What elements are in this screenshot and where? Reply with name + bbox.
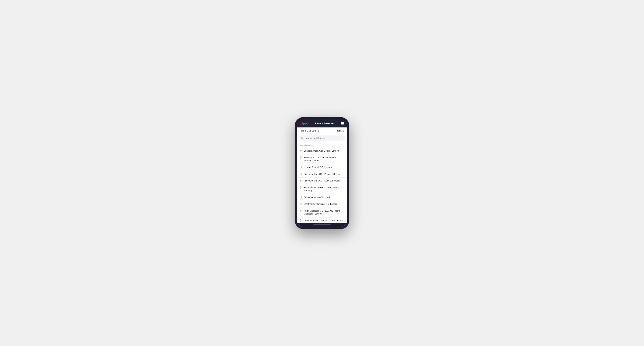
location-pin-icon	[300, 219, 302, 222]
svg-point-11	[301, 220, 301, 220]
svg-point-5	[301, 173, 301, 174]
svg-point-8	[301, 197, 301, 197]
location-pin-icon	[300, 186, 302, 189]
location-pin-icon	[300, 150, 302, 152]
home-indicator-bar	[313, 224, 331, 225]
home-indicator-area	[297, 223, 347, 227]
course-name: Dukes Meadows GC, London	[304, 196, 332, 199]
course-list-item[interactable]: Royal Wimbledon GC, Great London Authori…	[297, 184, 347, 194]
nav-title: Recent Searches	[315, 122, 335, 125]
course-name: North Middlesex GC (1011942 - North Midd…	[304, 209, 344, 216]
location-pin-icon	[300, 179, 302, 182]
svg-point-3	[301, 157, 301, 158]
course-list-item[interactable]: Roehampton Club - Roehampton, Greater Lo…	[297, 154, 347, 164]
course-list-item[interactable]: London Scottish GC, London	[297, 164, 347, 171]
nav-bar: clippd Recent Searches	[297, 119, 347, 128]
find-golf-course-title: Find a Golf Course	[300, 130, 319, 132]
svg-line-1	[303, 139, 303, 139]
course-name: Richmond Park GC - Duke's, London	[304, 179, 340, 182]
course-list-item[interactable]: Richmond Park GC - Prince's, Surrey	[297, 171, 347, 178]
course-name: Richmond Park GC - Prince's, Surrey	[304, 173, 340, 176]
phone-frame: clippd Recent Searches Find a Golf Cours…	[295, 117, 349, 229]
course-list: Central London Golf Centre, London Roeha…	[297, 148, 347, 223]
course-list-item[interactable]: Central London Golf Centre, London	[297, 148, 347, 155]
nearby-courses-section: Nearby courses Central London Golf Centr…	[297, 143, 347, 223]
location-pin-icon	[300, 173, 302, 175]
course-list-item[interactable]: Coombe Hill GC, Kingston upon Thames	[297, 217, 347, 223]
search-input[interactable]	[305, 137, 343, 139]
search-input-wrapper[interactable]	[300, 136, 344, 141]
find-header: Find a Golf Course Cancel	[297, 128, 347, 134]
phone-screen: clippd Recent Searches Find a Golf Cours…	[297, 119, 347, 227]
svg-point-4	[301, 167, 301, 167]
app-logo: clippd	[300, 122, 308, 125]
course-name: Central London Golf Centre, London	[304, 150, 339, 153]
svg-point-9	[301, 203, 301, 204]
course-name: Coombe Hill GC, Kingston upon Thames	[304, 219, 343, 222]
location-pin-icon	[300, 166, 302, 169]
course-name: Brent Valley Municipal GC, London	[304, 203, 338, 206]
content-area: Find a Golf Course Cancel Nearby courses	[297, 128, 347, 223]
cancel-button[interactable]: Cancel	[337, 130, 344, 132]
svg-point-2	[301, 150, 301, 151]
course-list-item[interactable]: Dukes Meadows GC, London	[297, 194, 347, 201]
course-name: Roehampton Club - Roehampton, Greater Lo…	[304, 156, 344, 162]
course-name: Royal Wimbledon GC, Great London Authori…	[304, 186, 344, 192]
course-list-item[interactable]: Richmond Park GC - Duke's, London	[297, 178, 347, 184]
location-pin-icon	[300, 210, 302, 212]
location-pin-icon	[300, 196, 302, 199]
location-pin-icon	[300, 156, 302, 159]
course-list-item[interactable]: Brent Valley Municipal GC, London	[297, 201, 347, 208]
svg-point-10	[301, 210, 301, 211]
course-list-item[interactable]: North Middlesex GC (1011942 - North Midd…	[297, 208, 347, 217]
course-name: London Scottish GC, London	[304, 166, 332, 169]
svg-point-7	[301, 187, 301, 187]
search-icon	[301, 137, 304, 139]
hamburger-icon[interactable]	[341, 122, 344, 125]
search-container	[297, 134, 347, 143]
location-pin-icon	[300, 203, 302, 205]
svg-point-6	[301, 180, 301, 181]
nearby-courses-label: Nearby courses	[297, 143, 347, 148]
